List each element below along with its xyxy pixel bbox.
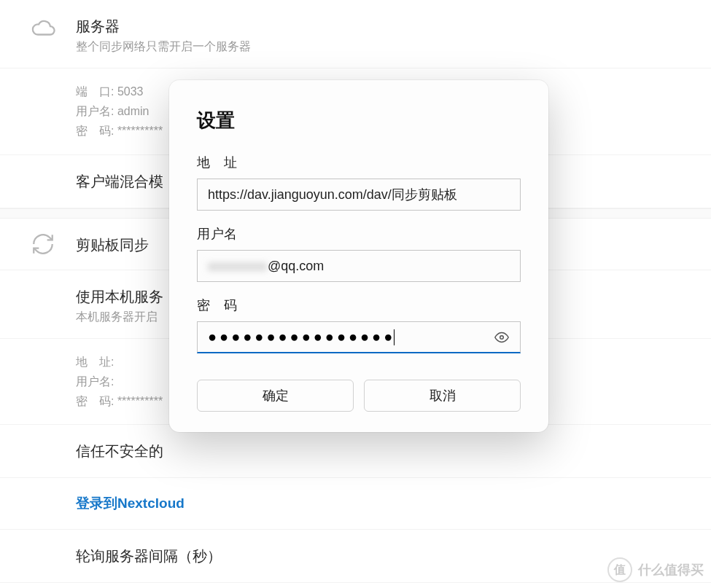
password-label: 密 码 <box>197 297 521 314</box>
password-input-wrap[interactable]: ●●●●●●●●●●●●●●●● <box>197 321 521 353</box>
username-redacted: xxxxxxxxx <box>208 259 267 274</box>
poll-interval-label: 轮询服务器间隔（秒） <box>76 546 222 566</box>
username-label: 用户名 <box>197 225 521 243</box>
nextcloud-link-row[interactable]: 登录到Nextcloud <box>0 478 711 530</box>
watermark: 值 什么值得买 <box>607 557 704 582</box>
dialog-buttons: 确定 取消 <box>197 380 521 412</box>
username-input-wrap[interactable]: xxxxxxxxx <box>197 250 521 282</box>
trust-insecure-label: 信任不安全的 <box>76 441 163 461</box>
nextcloud-link[interactable]: 登录到Nextcloud <box>76 495 184 511</box>
ok-button[interactable]: 确定 <box>197 380 354 412</box>
settings-dialog: 设置 地 址 用户名 xxxxxxxxx 密 码 ●●●●●●●●●●●●●●●… <box>169 80 548 432</box>
address-label: 地 址 <box>197 154 521 171</box>
username-field: 用户名 xxxxxxxxx <box>197 225 521 282</box>
server-sub: 整个同步网络只需开启一个服务器 <box>76 39 689 55</box>
server-row[interactable]: 服务器 整个同步网络只需开启一个服务器 <box>0 0 711 68</box>
username-input[interactable] <box>268 259 510 274</box>
poll-interval-row[interactable]: 轮询服务器间隔（秒） <box>0 530 711 583</box>
trust-insecure-row[interactable]: 信任不安全的 <box>0 425 711 478</box>
cancel-button[interactable]: 取消 <box>364 380 521 412</box>
cloud-icon <box>31 16 55 41</box>
password-input[interactable]: ●●●●●●●●●●●●●●●● <box>208 329 395 345</box>
eye-icon[interactable] <box>494 329 510 345</box>
address-field: 地 址 <box>197 154 521 211</box>
server-title: 服务器 <box>76 16 689 36</box>
address-input-wrap[interactable] <box>197 179 521 211</box>
client-mode-label: 客户端混合模 <box>76 171 163 192</box>
watermark-badge: 值 <box>607 557 632 582</box>
text-caret <box>394 329 395 345</box>
watermark-text: 什么值得买 <box>638 561 704 579</box>
password-field: 密 码 ●●●●●●●●●●●●●●●● <box>197 297 521 353</box>
sync-icon <box>31 232 55 256</box>
svg-point-0 <box>500 335 504 339</box>
address-input[interactable] <box>208 187 510 203</box>
dialog-title: 设置 <box>197 108 521 133</box>
